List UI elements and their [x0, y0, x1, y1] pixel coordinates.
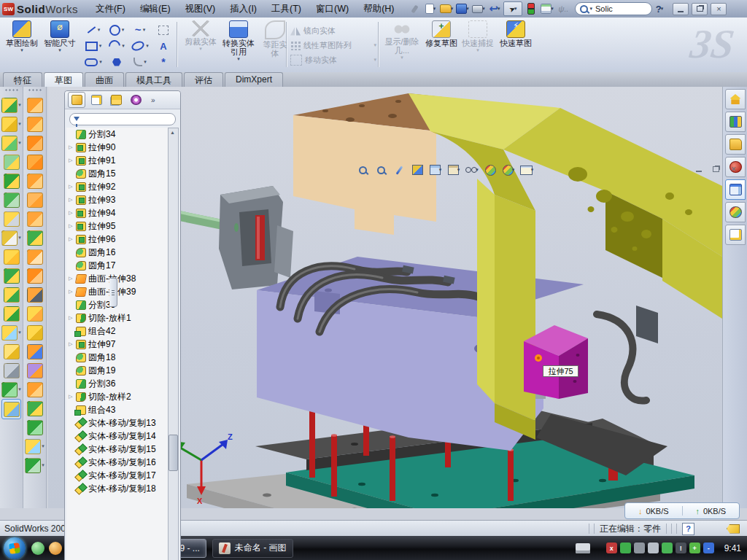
- extruded-cut-button[interactable]: ▾: [0, 114, 23, 133]
- magenta-block[interactable]: [524, 325, 588, 399]
- tree-tabs-overflow-icon[interactable]: »: [151, 96, 155, 104]
- ribbon-button-smart-dimension[interactable]: ⌀智能尺寸▾: [42, 20, 77, 53]
- sketch-tool-rectangle[interactable]: ▾: [82, 38, 105, 54]
- tray-network-sync-icon[interactable]: [662, 542, 673, 553]
- sweep-path-button[interactable]: [23, 133, 46, 152]
- ribbon-button-repair-sketch[interactable]: +修复草图: [425, 20, 458, 47]
- zoom-to-fit-button[interactable]: [355, 163, 371, 177]
- tree-tab-configurationmanager[interactable]: [107, 92, 125, 108]
- options-icon[interactable]: ▾: [540, 2, 554, 15]
- tree-item[interactable]: 实体-移动/复制15: [66, 443, 169, 456]
- tree-item[interactable]: 圆角16: [66, 246, 169, 259]
- ribbon-button-display-delete-relations[interactable]: 显示/删除几...▾: [382, 20, 422, 61]
- expand-arrow-icon[interactable]: ▷: [69, 341, 76, 347]
- rebuild-icon[interactable]: [524, 2, 538, 15]
- freeform-button[interactable]: [23, 361, 46, 380]
- ribbon-button-move[interactable]: 移动实体▾: [290, 52, 376, 67]
- pin-icon[interactable]: [407, 2, 422, 15]
- tree-filter-input[interactable]: [69, 113, 176, 125]
- tab-草图[interactable]: 草图: [44, 72, 83, 88]
- tray-security-alert-icon[interactable]: x: [606, 542, 617, 553]
- scroll-up-icon[interactable]: ▲: [169, 128, 177, 136]
- tray-volume-icon[interactable]: [648, 542, 659, 553]
- ribbon-button-mirror[interactable]: 镜向实体: [290, 23, 376, 38]
- sketch-tool-ellipse[interactable]: ▾: [128, 38, 152, 54]
- sketch-tool-sketch-fillet[interactable]: ▾: [128, 54, 152, 70]
- reference-geometry-button[interactable]: ▾: [0, 323, 23, 342]
- tree-item[interactable]: 圆角17: [66, 259, 169, 272]
- plane-button[interactable]: [0, 342, 23, 361]
- move-copy-body-button[interactable]: [0, 304, 23, 323]
- ribbon-button-quick-snaps[interactable]: 快速捕捉▾: [461, 20, 495, 53]
- save-icon[interactable]: ▾: [455, 2, 470, 15]
- expand-arrow-icon[interactable]: ▷: [69, 315, 76, 321]
- menu-插入(I)[interactable]: 插入(I): [222, 1, 264, 18]
- swept-surface-button[interactable]: [23, 96, 46, 114]
- expand-arrow-icon[interactable]: ▷: [69, 197, 76, 203]
- menu-编辑(E)[interactable]: 编辑(E): [133, 1, 178, 18]
- split-line-button[interactable]: [23, 323, 46, 342]
- tab-特征[interactable]: 特征: [3, 72, 42, 87]
- split-button[interactable]: [0, 266, 23, 285]
- elbow-surface-button[interactable]: [23, 266, 46, 285]
- tree-item[interactable]: ▷切除-放样2: [66, 390, 169, 403]
- filled-surface-button[interactable]: [23, 209, 46, 228]
- tree-item[interactable]: 组合42: [66, 324, 169, 338]
- tree-item[interactable]: 圆角19: [66, 364, 169, 377]
- combine-button[interactable]: [0, 285, 23, 304]
- undo-icon[interactable]: ↩▾: [487, 2, 502, 15]
- tree-item[interactable]: 分割34: [66, 128, 169, 141]
- ribbon-button-trim[interactable]: 剪裁实体▾: [184, 20, 217, 52]
- tree-item[interactable]: ▷拉伸94: [66, 206, 169, 219]
- sketch-tool-select-frame[interactable]: [152, 22, 175, 38]
- tree-item[interactable]: 圆角18: [66, 351, 169, 364]
- taskpane-tab-file-explorer[interactable]: [725, 134, 746, 155]
- tree-item[interactable]: ▷拉伸91: [66, 154, 169, 167]
- instant3d-button[interactable]: [1, 399, 21, 419]
- tree-item[interactable]: ▷曲面-拉伸38: [66, 272, 169, 285]
- reference-sparkle-button[interactable]: ▾: [23, 437, 46, 456]
- new-file-icon[interactable]: ▾: [423, 2, 438, 15]
- tree-tab-propertymanager[interactable]: [88, 92, 105, 108]
- expand-arrow-icon[interactable]: ▷: [69, 144, 76, 150]
- rib-button[interactable]: [0, 247, 23, 266]
- tree-item[interactable]: ▷拉伸95: [66, 219, 169, 233]
- sketch-tool-point[interactable]: *: [152, 54, 175, 70]
- cylinder-surface-button[interactable]: [23, 418, 46, 437]
- tree-item[interactable]: 实体-移动/复制17: [66, 469, 169, 482]
- start-button[interactable]: [4, 537, 26, 559]
- doc-close-button[interactable]: ×: [727, 164, 740, 174]
- tree-item[interactable]: 圆角15: [66, 167, 169, 180]
- menu-视图(V)[interactable]: 视图(V): [178, 1, 223, 18]
- search-input[interactable]: [595, 4, 633, 13]
- taskpane-tab-solidworks-resources[interactable]: [725, 89, 746, 109]
- sketch-tool-circle[interactable]: ▾: [105, 22, 128, 38]
- thicken-button[interactable]: [23, 247, 46, 266]
- dome-button[interactable]: [23, 399, 46, 418]
- minimize-button[interactable]: [673, 3, 689, 15]
- tray-blocked-icon[interactable]: -: [703, 542, 714, 553]
- tree-item[interactable]: ▷拉伸97: [66, 338, 169, 351]
- toolbar-drag-handle[interactable]: [28, 88, 42, 93]
- tab-DimXpert[interactable]: DimXpert: [225, 72, 283, 87]
- view-settings-button[interactable]: ▾: [519, 163, 535, 177]
- chamfer-button[interactable]: [0, 152, 23, 171]
- expand-arrow-icon[interactable]: ▷: [69, 223, 76, 229]
- tree-item[interactable]: 组合43: [66, 403, 169, 416]
- sketch-tool-line[interactable]: ▾: [82, 22, 105, 38]
- expand-arrow-icon[interactable]: ▷: [69, 236, 76, 242]
- quicklaunch-messenger-icon[interactable]: [31, 542, 44, 555]
- restore-button[interactable]: [692, 3, 708, 15]
- tab-曲面[interactable]: 曲面: [85, 72, 124, 87]
- tab-评估[interactable]: 评估: [184, 72, 223, 87]
- tab-模具工具[interactable]: 模具工具: [125, 72, 182, 87]
- draft-button[interactable]: [0, 190, 23, 209]
- trim-surface-button[interactable]: [23, 380, 46, 399]
- delete-face-button[interactable]: [23, 285, 46, 304]
- tree-item[interactable]: 实体-移动/复制16: [66, 456, 169, 469]
- menu-窗口(W)[interactable]: 窗口(W): [309, 1, 356, 18]
- display-style-button[interactable]: ▾: [427, 163, 444, 177]
- expand-arrow-icon[interactable]: ▷: [69, 184, 76, 190]
- search-box[interactable]: ▾: [575, 2, 652, 15]
- tree-item[interactable]: ▷拉伸93: [66, 193, 169, 206]
